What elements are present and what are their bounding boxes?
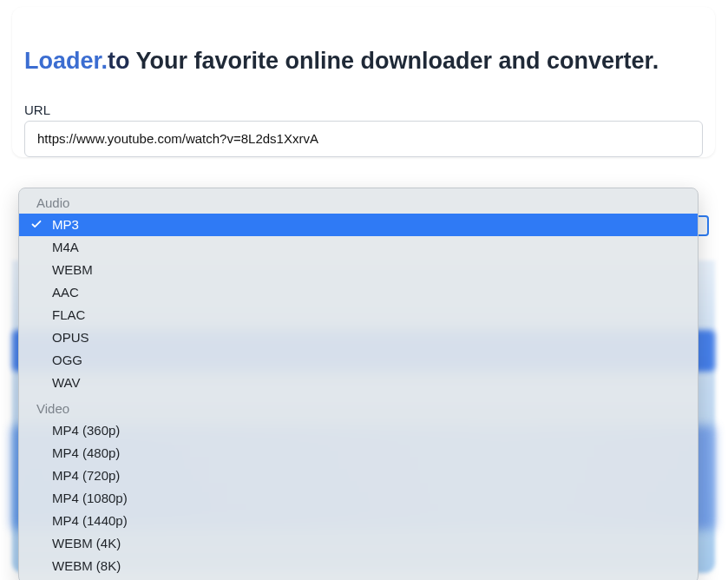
- format-option[interactable]: MP4 (360p): [19, 419, 698, 442]
- format-option[interactable]: FLAC: [19, 304, 698, 326]
- format-option-label: OGG: [52, 353, 82, 367]
- main-card: Loader.to Your favorite online downloade…: [12, 7, 715, 157]
- format-option-label: MP4 (720p): [52, 468, 120, 483]
- format-option[interactable]: WEBM (8K): [19, 555, 698, 577]
- format-option-label: MP4 (1080p): [52, 491, 128, 505]
- format-option[interactable]: WEBM (4K): [19, 532, 698, 555]
- format-option-label: MP4 (1440p): [52, 513, 128, 528]
- format-option[interactable]: OGG: [19, 349, 698, 372]
- format-dropdown[interactable]: AudioMP3M4AWEBMAACFLACOPUSOGGWAVVideoMP4…: [18, 188, 698, 580]
- format-option-label: MP4 (480p): [52, 445, 120, 460]
- format-option[interactable]: MP4 (1080p): [19, 487, 698, 510]
- format-option-label: WEBM: [52, 262, 93, 277]
- brand-part-b: to: [108, 48, 129, 74]
- format-option-label: WEBM (8K): [52, 558, 121, 573]
- format-option[interactable]: OPUS: [19, 326, 698, 349]
- format-option-label: FLAC: [52, 307, 85, 322]
- format-option-label: MP3: [52, 217, 79, 232]
- title-row: Loader.to Your favorite online downloade…: [12, 7, 715, 87]
- format-option-label: AAC: [52, 285, 79, 300]
- optgroup-label: Audio: [19, 188, 698, 214]
- url-input-wrap: [12, 121, 715, 157]
- format-option[interactable]: M4A: [19, 236, 698, 259]
- format-option[interactable]: WEBM: [19, 259, 698, 281]
- format-option-label: WEBM (4K): [52, 536, 121, 550]
- url-input[interactable]: [24, 121, 703, 157]
- format-option-label: WAV: [52, 375, 81, 390]
- page-title: Loader.to Your favorite online downloade…: [24, 45, 703, 78]
- check-icon: [31, 219, 42, 229]
- format-option[interactable]: WAV: [19, 372, 698, 394]
- optgroup-label: Video: [19, 394, 698, 419]
- format-option[interactable]: MP4 (1440p): [19, 510, 698, 532]
- format-option[interactable]: MP3: [19, 214, 698, 236]
- format-option-label: OPUS: [52, 330, 89, 345]
- format-option[interactable]: AAC: [19, 281, 698, 304]
- format-option-label: M4A: [52, 240, 79, 254]
- format-option-label: MP4 (360p): [52, 423, 120, 438]
- brand-part-a: Loader.: [24, 48, 108, 74]
- format-option[interactable]: MP4 (480p): [19, 442, 698, 465]
- headline-rest: Your favorite online downloader and conv…: [130, 48, 659, 74]
- format-option[interactable]: MP4 (720p): [19, 465, 698, 487]
- url-label: URL: [12, 87, 715, 121]
